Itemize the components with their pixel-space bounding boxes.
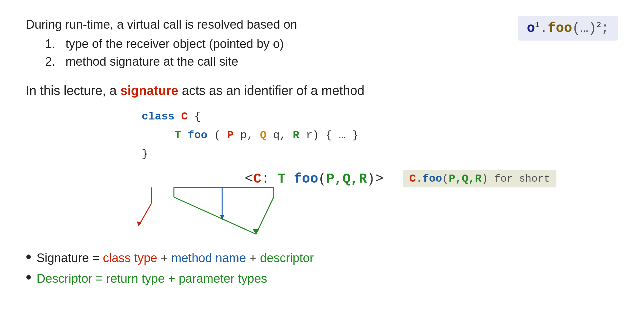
code-line-1: class C { <box>142 108 618 126</box>
sup-1: 1 <box>535 21 540 29</box>
code-line-3: } <box>142 145 618 164</box>
svg-line-7 <box>174 197 256 234</box>
signature-section: In this lecture, a signature acts as an … <box>26 83 618 288</box>
numbered-item-2: 2. method signature at the call site <box>45 53 618 71</box>
code-block: class C { T foo ( P p, Q q, R r) { … } } <box>142 108 618 163</box>
bullet-2: • Descriptor = return type + parameter t… <box>26 269 618 288</box>
main-content: o1.foo(…)2; During run-time, a virtual c… <box>0 0 644 303</box>
diagram-area <box>135 184 618 245</box>
code-box-top-right: o1.foo(…)2; <box>518 16 618 41</box>
code-foo: foo <box>548 21 572 36</box>
signature-intro: In this lecture, a signature acts as an … <box>26 83 618 98</box>
bullet-1: • Signature = class type + method name +… <box>26 249 618 267</box>
bullets-section: • Signature = class type + method name +… <box>26 249 618 288</box>
diagram-svg <box>135 184 393 245</box>
code-line-2: T foo ( P p, Q q, R r) { … } <box>142 126 618 145</box>
code-o: o <box>527 21 535 36</box>
svg-line-8 <box>256 197 274 234</box>
sup-2: 2 <box>596 21 601 29</box>
